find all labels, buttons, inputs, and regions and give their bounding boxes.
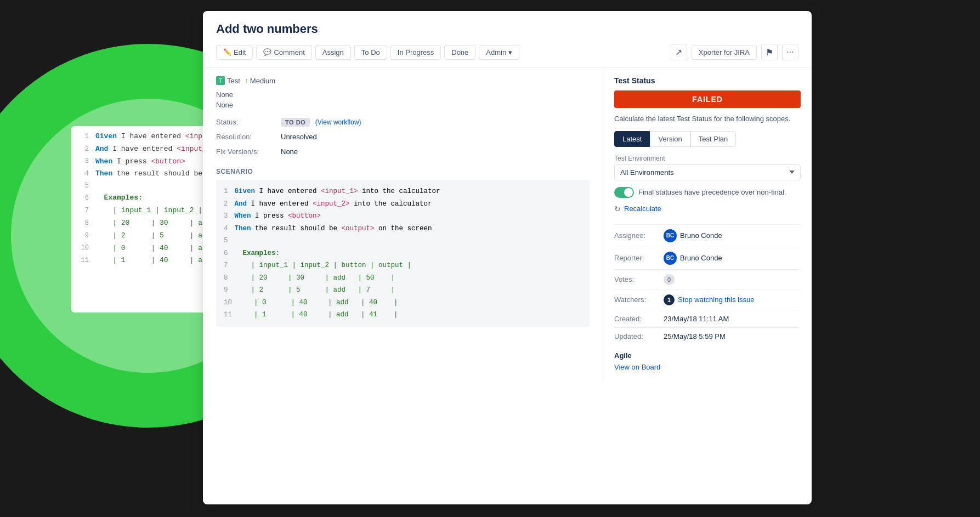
issue-type-row: T Test ↑ Medium <box>216 76 590 85</box>
env-label: Test Environment <box>614 155 801 162</box>
comment-icon: 💬 <box>263 48 271 56</box>
fix-versions-field-row: Fix Version/s: None <box>216 144 590 159</box>
todo-button[interactable]: To Do <box>354 45 387 60</box>
view-on-board-link[interactable]: View on Board <box>614 363 660 371</box>
assignee-row: Assignee: BC Bruno Conde <box>614 224 801 247</box>
card-main: T Test ↑ Medium None None Status: TO DO <box>203 67 603 380</box>
fields-section: Status: TO DO (View workflow) Resolution… <box>216 115 590 159</box>
resolution-field-row: Resolution: Unresolved <box>216 129 590 144</box>
chevron-down-icon: ▾ <box>508 48 512 56</box>
scope-tabs: Latest Version Test Plan <box>614 131 801 147</box>
page-title: Add two numbers <box>216 22 798 36</box>
code-block: 1Given I have entered <input_1> into the… <box>216 180 590 327</box>
scenario-section: Scenario 1Given I have entered <input_1>… <box>216 168 590 327</box>
view-workflow-link[interactable]: (View workflow) <box>315 118 361 126</box>
code-line-11: 11 | 1 | 40 | add | 41 | <box>224 309 582 321</box>
ellipsis-icon: ··· <box>786 47 794 57</box>
code-line-5: 5 <box>224 235 582 247</box>
in-progress-button[interactable]: In Progress <box>390 45 441 60</box>
fix-versions-value: None <box>281 147 298 156</box>
failed-badge: FAILED <box>614 90 801 108</box>
final-status-toggle[interactable] <box>614 187 634 198</box>
toggle-row: Final statuses have precedence over non-… <box>614 187 801 198</box>
created-row: Created: 23/May/18 11:11 AM <box>614 310 801 327</box>
jira-card: Add two numbers ✏️ Edit 💬 Comment Assign… <box>203 11 812 504</box>
admin-button[interactable]: Admin ▾ <box>479 45 519 60</box>
recalculate-icon: ↻ <box>614 204 621 213</box>
card-header: Add two numbers ✏️ Edit 💬 Comment Assign… <box>203 11 812 67</box>
reporter-row: Reporter: BC Bruno Conde <box>614 247 801 269</box>
more-button[interactable]: ··· <box>782 44 798 60</box>
test-status-title: Test Status <box>614 76 801 85</box>
priority-icon: ↑ <box>245 76 248 85</box>
stop-watching-link[interactable]: Stop watching this issue <box>678 296 754 304</box>
reporter-avatar: BC <box>664 252 677 265</box>
none-field-2: None <box>216 100 590 110</box>
tab-latest[interactable]: Latest <box>614 131 650 147</box>
code-line-7: 7 | input_1 | input_2 | button | output … <box>224 259 582 272</box>
toolbar-right: ↗ Xporter for JIRA ⚑ ··· <box>671 44 798 60</box>
priority-badge: ↑ Medium <box>245 76 275 85</box>
updated-row: Updated: 25/May/18 5:59 PM <box>614 327 801 345</box>
card-sidebar: Test Status FAILED Calculate the latest … <box>603 67 812 380</box>
scenario-label: Scenario <box>216 168 590 175</box>
edit-icon: ✏️ <box>223 48 231 56</box>
assign-button[interactable]: Assign <box>315 45 351 60</box>
flag-icon: ⚑ <box>766 47 773 58</box>
watchers-row: Watchers: 1 Stop watching this issue <box>614 289 801 310</box>
env-select[interactable]: All Environments Development Staging Pro… <box>614 164 801 180</box>
code-line-9: 9 | 2 | 5 | add | 7 | <box>224 284 582 297</box>
votes-value: 0 <box>664 274 675 285</box>
tab-test-plan[interactable]: Test Plan <box>690 131 736 147</box>
share-button[interactable]: ↗ <box>671 44 687 60</box>
votes-row: Votes: 0 <box>614 269 801 289</box>
code-line-1: 1Given I have entered <input_1> into the… <box>224 185 582 198</box>
updated-value: 25/May/18 5:59 PM <box>664 332 726 340</box>
code-line-2: 2And I have entered <input_2> into the c… <box>224 198 582 211</box>
code-line-10: 10 | 0 | 40 | add | 40 | <box>224 297 582 309</box>
none-field-1: None <box>216 89 590 100</box>
meta-section: Assignee: BC Bruno Conde Reporter: BC Br… <box>614 224 801 345</box>
assignee-value: BC Bruno Conde <box>664 229 722 242</box>
status-field-row: Status: TO DO (View workflow) <box>216 115 590 129</box>
assignee-avatar: BC <box>664 229 677 242</box>
watchers-value: 1 Stop watching this issue <box>664 294 754 305</box>
done-button[interactable]: Done <box>444 45 475 60</box>
status-badge: TO DO <box>281 118 310 127</box>
tab-version[interactable]: Version <box>650 131 690 147</box>
comment-button[interactable]: 💬 Comment <box>256 45 311 60</box>
toolbar: ✏️ Edit 💬 Comment Assign To Do In Progre… <box>216 44 798 67</box>
share-icon: ↗ <box>675 47 682 58</box>
watchers-count-badge: 1 <box>664 294 675 305</box>
agile-label: Agile <box>614 351 801 360</box>
code-line-3: 3When I press <button> <box>224 210 582 223</box>
issue-type-badge: T Test <box>216 76 240 85</box>
created-value: 23/May/18 11:11 AM <box>664 315 729 323</box>
edit-button[interactable]: ✏️ Edit <box>216 45 253 60</box>
test-status-desc: Calculate the latest Test Status for the… <box>614 113 801 124</box>
xporter-button[interactable]: Xporter for JIRA <box>692 45 757 60</box>
code-line-8: 8 | 20 | 30 | add | 50 | <box>224 272 582 285</box>
code-line-4: 4Then the result should be <output> on t… <box>224 223 582 235</box>
card-body: T Test ↑ Medium None None Status: TO DO <box>203 67 812 380</box>
recalculate-row[interactable]: ↻ Recalculate <box>614 204 801 213</box>
code-line-6: 6 Examples: <box>224 247 582 260</box>
resolution-value: Unresolved <box>281 133 317 141</box>
reporter-value: BC Bruno Conde <box>664 252 722 265</box>
votes-count-badge: 0 <box>664 274 675 285</box>
agile-section: Agile View on Board <box>614 351 801 372</box>
flag-button[interactable]: ⚑ <box>761 44 778 60</box>
test-type-icon: T <box>216 76 225 85</box>
none-fields: None None <box>216 89 590 110</box>
